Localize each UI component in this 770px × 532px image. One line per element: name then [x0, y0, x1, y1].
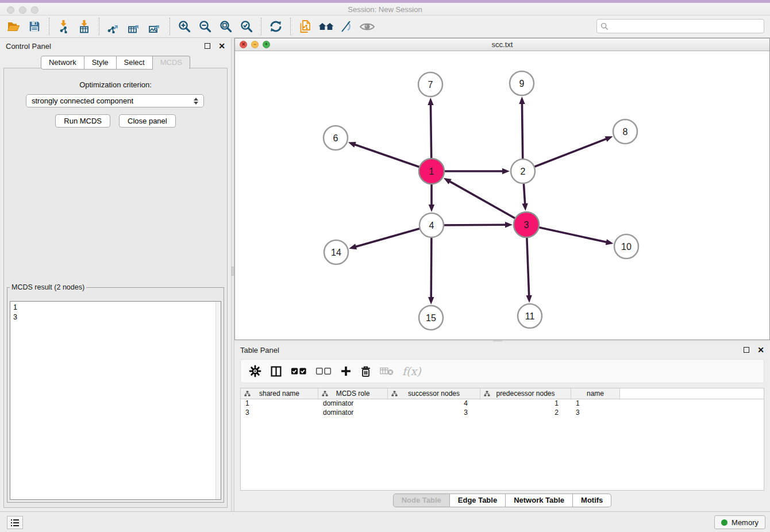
vertical-splitter-grip[interactable] [232, 267, 234, 276]
column-header-name[interactable]: name [571, 388, 620, 399]
graph-node-8[interactable]: 8 [613, 119, 637, 144]
network-window-controls: ✕−+ [235, 41, 270, 48]
mcds-panel: Optimization criterion: strongly connect… [3, 68, 228, 508]
tab-mcds[interactable]: MCDS [153, 56, 190, 70]
graph-edge-3-10[interactable] [526, 225, 614, 245]
graph-node-6[interactable]: 6 [324, 126, 348, 150]
result-line: 1 [13, 303, 221, 313]
tab-select[interactable]: Select [117, 56, 153, 70]
export-network-button[interactable] [103, 17, 124, 36]
close-panel-icon[interactable]: ✕ [218, 43, 225, 49]
table-cell[interactable]: 1 [241, 399, 318, 408]
close-table-panel-icon[interactable]: ✕ [757, 347, 764, 353]
duplicate-network-button[interactable] [295, 17, 315, 36]
zoom-in-button[interactable] [174, 17, 195, 36]
graph-node-11[interactable]: 11 [518, 304, 542, 328]
optimization-criterion-label: Optimization criterion: [4, 80, 227, 89]
table-cell[interactable]: dominator [318, 399, 388, 408]
settings-gear-button[interactable] [249, 365, 261, 377]
column-hierarchy-icon [244, 391, 251, 397]
column-header-MCDS-role[interactable]: MCDS role [318, 388, 388, 399]
minimize-view-button[interactable]: − [251, 41, 259, 48]
select-all-button[interactable] [291, 367, 307, 375]
table-cell[interactable]: 3 [388, 408, 480, 418]
graph-node-7[interactable]: 7 [418, 72, 442, 97]
close-view-button[interactable]: ✕ [240, 41, 247, 48]
save-session-button[interactable] [24, 17, 45, 36]
search-input[interactable] [609, 21, 760, 31]
task-history-button[interactable] [7, 516, 23, 529]
memory-button[interactable]: Memory [714, 515, 765, 529]
table-cell[interactable]: 3 [241, 408, 318, 418]
column-header-predecessor-nodes[interactable]: predecessor nodes [480, 388, 571, 399]
export-image-icon [148, 20, 162, 33]
first-neighbors-button[interactable] [315, 17, 336, 36]
search-box[interactable] [596, 19, 764, 33]
delete-table-button[interactable] [380, 366, 394, 376]
hide-graphics-details-button[interactable] [357, 17, 378, 36]
export-image-button[interactable] [145, 17, 165, 36]
graph-node-label: 15 [426, 313, 436, 323]
graph-node-label: 3 [524, 220, 529, 230]
graph-edge-2-8[interactable] [523, 136, 613, 171]
network-window-titlebar[interactable]: scc.txt ✕−+ [235, 38, 769, 51]
criterion-select[interactable]: strongly connected component [26, 94, 204, 107]
column-header-shared-name[interactable]: shared name [241, 388, 318, 399]
graph-node-label: 14 [331, 248, 341, 257]
delete-row-button[interactable] [360, 365, 371, 377]
apply-layout-button[interactable] [265, 17, 286, 36]
tab-edge-table[interactable]: Edge Table [450, 494, 506, 507]
zoom-selected-button[interactable] [236, 17, 257, 36]
table-cell[interactable]: 1 [480, 399, 571, 408]
tab-network-table[interactable]: Network Table [506, 494, 573, 507]
result-scrollbar[interactable] [215, 302, 221, 499]
delete-table-icon [380, 366, 394, 376]
float-table-panel-icon[interactable] [744, 347, 749, 353]
table-cell[interactable]: 2 [480, 408, 571, 418]
table-row[interactable]: 3dominator323 [241, 408, 764, 418]
table-cell[interactable]: 3 [571, 408, 620, 418]
mcds-result-box[interactable]: 13 [10, 301, 221, 500]
select-arrows-icon [194, 98, 198, 105]
tab-node-table[interactable]: Node Table [393, 494, 450, 507]
control-panel-header: Control Panel ✕ [0, 38, 231, 54]
close-panel-button[interactable]: Close panel [119, 114, 176, 128]
zoom-out-button[interactable] [195, 17, 215, 36]
graph-node-2[interactable]: 2 [511, 159, 535, 183]
graph-node-4[interactable]: 4 [419, 213, 444, 237]
open-session-button[interactable] [3, 17, 24, 36]
table-cell[interactable]: dominator [318, 408, 388, 418]
graph-node-3[interactable]: 3 [514, 212, 539, 237]
graph-edge-4-14[interactable] [349, 225, 432, 249]
maximize-view-button[interactable]: + [263, 41, 270, 48]
mcds-buttons-row: Run MCDS Close panel [4, 114, 227, 128]
table-cell[interactable]: 4 [388, 399, 480, 408]
import-table-button[interactable] [74, 17, 95, 36]
tab-style[interactable]: Style [84, 56, 117, 70]
float-panel-icon[interactable] [205, 43, 210, 49]
export-table-button[interactable] [124, 17, 145, 36]
add-row-button[interactable] [340, 365, 352, 377]
table-row[interactable]: 1dominator411 [241, 399, 764, 408]
column-header-successor-nodes[interactable]: successor nodes [388, 388, 480, 399]
import-network-button[interactable] [53, 17, 74, 36]
zoom-fit-button[interactable] [215, 17, 236, 36]
graph-node-label: 2 [521, 167, 526, 176]
graph-node-1[interactable]: 1 [419, 159, 444, 184]
split-columns-button[interactable] [270, 365, 282, 377]
deselect-all-button[interactable] [315, 367, 332, 375]
graph-node-14[interactable]: 14 [324, 240, 348, 264]
table-cell[interactable]: 1 [571, 399, 620, 408]
run-mcds-button[interactable]: Run MCDS [55, 114, 110, 128]
graph-edge-3-1[interactable] [444, 178, 526, 225]
show-graphics-details-button[interactable] [336, 17, 357, 36]
table-header-row: shared nameMCDS rolesuccessor nodesprede… [241, 388, 764, 399]
graph-node-10[interactable]: 10 [614, 234, 638, 259]
tab-motifs[interactable]: Motifs [573, 494, 611, 507]
graph-node-15[interactable]: 15 [419, 306, 443, 330]
function-builder-button[interactable]: f(x) [402, 365, 421, 377]
tab-network[interactable]: Network [41, 56, 84, 70]
first-neighbors-icon [318, 20, 334, 33]
graph-node-9[interactable]: 9 [510, 71, 534, 95]
network-canvas[interactable]: 1234678910111415 [235, 51, 769, 340]
